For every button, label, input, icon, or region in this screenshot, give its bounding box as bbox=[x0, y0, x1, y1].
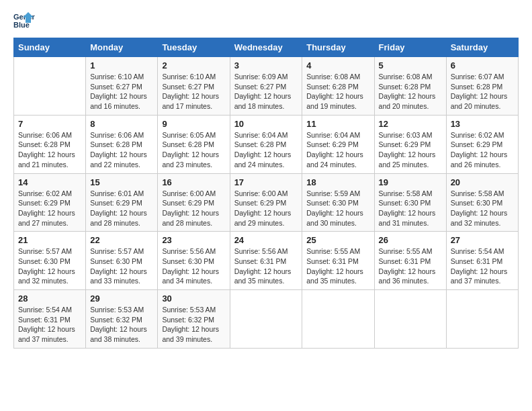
day-info: Sunrise: 6:08 AM Sunset: 6:28 PM Dayligh… bbox=[306, 72, 369, 111]
day-cell-25: 25Sunrise: 5:55 AM Sunset: 6:31 PM Dayli… bbox=[302, 232, 374, 290]
week-row-5: 28Sunrise: 5:54 AM Sunset: 6:31 PM Dayli… bbox=[14, 290, 519, 349]
day-cell-7: 7Sunrise: 6:06 AM Sunset: 6:28 PM Daylig… bbox=[14, 115, 86, 173]
day-number: 5 bbox=[379, 60, 442, 71]
weekday-header-row: SundayMondayTuesdayWednesdayThursdayFrid… bbox=[14, 38, 519, 57]
day-info: Sunrise: 6:02 AM Sunset: 6:29 PM Dayligh… bbox=[451, 130, 514, 170]
empty-cell bbox=[374, 290, 446, 349]
day-info: Sunrise: 5:55 AM Sunset: 6:31 PM Dayligh… bbox=[306, 246, 369, 286]
day-cell-27: 27Sunrise: 5:54 AM Sunset: 6:31 PM Dayli… bbox=[446, 232, 518, 290]
day-info: Sunrise: 5:55 AM Sunset: 6:31 PM Dayligh… bbox=[379, 246, 442, 286]
empty-cell bbox=[14, 57, 86, 116]
day-number: 14 bbox=[18, 177, 81, 187]
day-number: 10 bbox=[234, 119, 298, 129]
day-number: 18 bbox=[306, 177, 369, 187]
weekday-header-sunday: Sunday bbox=[14, 38, 86, 57]
day-number: 1 bbox=[90, 60, 153, 71]
day-cell-17: 17Sunrise: 6:00 AM Sunset: 6:29 PM Dayli… bbox=[230, 173, 302, 232]
day-info: Sunrise: 6:00 AM Sunset: 6:29 PM Dayligh… bbox=[234, 189, 298, 228]
day-number: 19 bbox=[379, 177, 442, 187]
day-info: Sunrise: 6:07 AM Sunset: 6:28 PM Dayligh… bbox=[451, 72, 514, 111]
empty-cell bbox=[446, 290, 518, 349]
day-info: Sunrise: 6:09 AM Sunset: 6:27 PM Dayligh… bbox=[234, 72, 298, 111]
week-row-4: 21Sunrise: 5:57 AM Sunset: 6:30 PM Dayli… bbox=[14, 232, 519, 290]
day-number: 21 bbox=[18, 235, 81, 245]
day-info: Sunrise: 5:53 AM Sunset: 6:32 PM Dayligh… bbox=[162, 305, 225, 345]
day-info: Sunrise: 6:04 AM Sunset: 6:28 PM Dayligh… bbox=[234, 130, 298, 170]
day-number: 30 bbox=[162, 293, 225, 304]
day-number: 11 bbox=[306, 119, 369, 129]
day-number: 15 bbox=[90, 177, 153, 187]
day-cell-14: 14Sunrise: 6:02 AM Sunset: 6:29 PM Dayli… bbox=[14, 173, 86, 232]
day-cell-1: 1Sunrise: 6:10 AM Sunset: 6:27 PM Daylig… bbox=[86, 57, 158, 116]
day-info: Sunrise: 6:02 AM Sunset: 6:29 PM Dayligh… bbox=[18, 189, 81, 228]
day-info: Sunrise: 6:10 AM Sunset: 6:27 PM Dayligh… bbox=[90, 72, 153, 111]
day-number: 23 bbox=[162, 235, 225, 245]
empty-cell bbox=[230, 290, 302, 349]
day-info: Sunrise: 5:57 AM Sunset: 6:30 PM Dayligh… bbox=[90, 246, 153, 286]
day-cell-5: 5Sunrise: 6:08 AM Sunset: 6:28 PM Daylig… bbox=[374, 57, 446, 116]
weekday-header-wednesday: Wednesday bbox=[230, 38, 302, 57]
day-info: Sunrise: 5:56 AM Sunset: 6:31 PM Dayligh… bbox=[234, 246, 298, 286]
day-number: 2 bbox=[162, 60, 225, 71]
week-row-3: 14Sunrise: 6:02 AM Sunset: 6:29 PM Dayli… bbox=[14, 173, 519, 232]
day-number: 3 bbox=[234, 60, 298, 71]
day-number: 22 bbox=[90, 235, 153, 245]
day-info: Sunrise: 5:54 AM Sunset: 6:31 PM Dayligh… bbox=[451, 246, 514, 286]
day-cell-18: 18Sunrise: 5:59 AM Sunset: 6:30 PM Dayli… bbox=[302, 173, 374, 232]
day-cell-10: 10Sunrise: 6:04 AM Sunset: 6:28 PM Dayli… bbox=[230, 115, 302, 173]
day-cell-20: 20Sunrise: 5:58 AM Sunset: 6:30 PM Dayli… bbox=[446, 173, 518, 232]
day-cell-28: 28Sunrise: 5:54 AM Sunset: 6:31 PM Dayli… bbox=[14, 290, 86, 349]
calendar-table: SundayMondayTuesdayWednesdayThursdayFrid… bbox=[13, 38, 519, 349]
day-number: 12 bbox=[379, 119, 442, 129]
day-info: Sunrise: 5:59 AM Sunset: 6:30 PM Dayligh… bbox=[306, 189, 369, 228]
day-number: 20 bbox=[451, 177, 514, 187]
day-number: 26 bbox=[379, 235, 442, 245]
day-number: 8 bbox=[90, 119, 153, 129]
day-number: 17 bbox=[234, 177, 298, 187]
day-cell-24: 24Sunrise: 5:56 AM Sunset: 6:31 PM Dayli… bbox=[230, 232, 302, 290]
day-cell-3: 3Sunrise: 6:09 AM Sunset: 6:27 PM Daylig… bbox=[230, 57, 302, 116]
day-cell-6: 6Sunrise: 6:07 AM Sunset: 6:28 PM Daylig… bbox=[446, 57, 518, 116]
day-number: 28 bbox=[18, 293, 81, 304]
day-number: 24 bbox=[234, 235, 298, 245]
day-info: Sunrise: 6:08 AM Sunset: 6:28 PM Dayligh… bbox=[379, 72, 442, 111]
day-info: Sunrise: 6:03 AM Sunset: 6:29 PM Dayligh… bbox=[379, 130, 442, 170]
day-cell-16: 16Sunrise: 6:00 AM Sunset: 6:29 PM Dayli… bbox=[158, 173, 230, 232]
day-info: Sunrise: 5:58 AM Sunset: 6:30 PM Dayligh… bbox=[451, 189, 514, 228]
day-info: Sunrise: 6:10 AM Sunset: 6:27 PM Dayligh… bbox=[162, 72, 225, 111]
day-info: Sunrise: 6:04 AM Sunset: 6:29 PM Dayligh… bbox=[306, 130, 369, 170]
day-cell-13: 13Sunrise: 6:02 AM Sunset: 6:29 PM Dayli… bbox=[446, 115, 518, 173]
day-number: 29 bbox=[90, 293, 153, 304]
weekday-header-friday: Friday bbox=[374, 38, 446, 57]
weekday-header-saturday: Saturday bbox=[446, 38, 518, 57]
day-number: 16 bbox=[162, 177, 225, 187]
day-cell-12: 12Sunrise: 6:03 AM Sunset: 6:29 PM Dayli… bbox=[374, 115, 446, 173]
day-info: Sunrise: 5:56 AM Sunset: 6:30 PM Dayligh… bbox=[162, 246, 225, 286]
weekday-header-thursday: Thursday bbox=[302, 38, 374, 57]
day-cell-26: 26Sunrise: 5:55 AM Sunset: 6:31 PM Dayli… bbox=[374, 232, 446, 290]
weekday-header-monday: Monday bbox=[86, 38, 158, 57]
day-info: Sunrise: 6:06 AM Sunset: 6:28 PM Dayligh… bbox=[18, 130, 81, 170]
weekday-header-tuesday: Tuesday bbox=[158, 38, 230, 57]
day-info: Sunrise: 6:01 AM Sunset: 6:29 PM Dayligh… bbox=[90, 189, 153, 228]
day-info: Sunrise: 5:57 AM Sunset: 6:30 PM Dayligh… bbox=[18, 246, 81, 286]
day-cell-23: 23Sunrise: 5:56 AM Sunset: 6:30 PM Dayli… bbox=[158, 232, 230, 290]
logo-icon: General Blue bbox=[13, 11, 35, 30]
day-number: 7 bbox=[18, 119, 81, 129]
day-cell-21: 21Sunrise: 5:57 AM Sunset: 6:30 PM Dayli… bbox=[14, 232, 86, 290]
header: General Blue bbox=[13, 11, 519, 30]
day-info: Sunrise: 5:54 AM Sunset: 6:31 PM Dayligh… bbox=[18, 305, 81, 345]
day-cell-4: 4Sunrise: 6:08 AM Sunset: 6:28 PM Daylig… bbox=[302, 57, 374, 116]
day-cell-15: 15Sunrise: 6:01 AM Sunset: 6:29 PM Dayli… bbox=[86, 173, 158, 232]
day-number: 4 bbox=[306, 60, 369, 71]
week-row-1: 1Sunrise: 6:10 AM Sunset: 6:27 PM Daylig… bbox=[14, 57, 519, 116]
day-cell-11: 11Sunrise: 6:04 AM Sunset: 6:29 PM Dayli… bbox=[302, 115, 374, 173]
day-number: 9 bbox=[162, 119, 225, 129]
day-info: Sunrise: 6:06 AM Sunset: 6:28 PM Dayligh… bbox=[90, 130, 153, 170]
day-cell-2: 2Sunrise: 6:10 AM Sunset: 6:27 PM Daylig… bbox=[158, 57, 230, 116]
empty-cell bbox=[302, 290, 374, 349]
logo: General Blue bbox=[13, 11, 35, 30]
day-cell-9: 9Sunrise: 6:05 AM Sunset: 6:28 PM Daylig… bbox=[158, 115, 230, 173]
day-info: Sunrise: 5:53 AM Sunset: 6:32 PM Dayligh… bbox=[90, 305, 153, 345]
day-info: Sunrise: 5:58 AM Sunset: 6:30 PM Dayligh… bbox=[379, 189, 442, 228]
